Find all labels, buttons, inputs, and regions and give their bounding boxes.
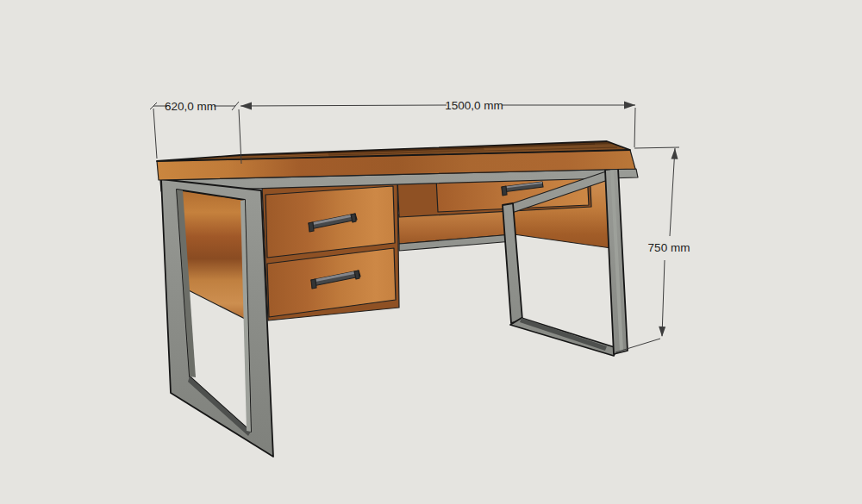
pedestal-front [262,177,399,320]
3d-viewport: 620,0 mm 1500,0 mm 750 mm [0,0,862,504]
desk-drawing: 620,0 mm 1500,0 mm 750 mm [0,0,862,504]
dimension-width-label: 1500,0 mm [445,99,503,112]
scene-background [0,0,862,504]
dimension-height-label: 750 mm [648,241,690,254]
dimension-depth-label: 620,0 mm [165,100,216,113]
